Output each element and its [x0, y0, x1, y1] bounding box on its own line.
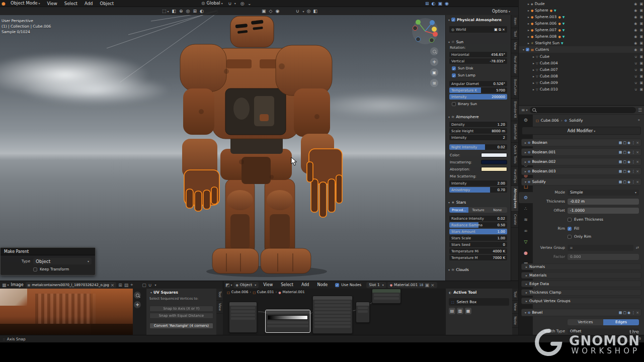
tab-hardops[interactable]: HardOps [511, 166, 518, 186]
only-rim-checkbox[interactable] [568, 235, 572, 239]
factor-field[interactable]: 0.000 [568, 254, 639, 260]
color-swatch[interactable] [481, 153, 507, 157]
pin-image-icon[interactable]: ⌖ [130, 282, 133, 288]
pivot-point-icon[interactable]: ⌄ [246, 1, 253, 6]
hide-icon[interactable]: ◉ [634, 28, 637, 32]
select-mode-icon[interactable]: ◧ [172, 9, 177, 14]
subpanel-output-vertex-groups[interactable]: ▸Output Vertex Groups [521, 298, 641, 304]
hide-icon[interactable]: ∪ [634, 87, 637, 92]
stars-seed-field[interactable]: Stars Seed0 [449, 242, 507, 247]
stars-scale-field[interactable]: Stars Scale1.00 [449, 235, 507, 241]
camera-view-icon[interactable]: ▣ [430, 68, 438, 76]
render-visibility-icon[interactable]: ▣ [639, 48, 643, 52]
subpanel-edge-data[interactable]: ▸Edge Data [521, 281, 641, 287]
filter-icon[interactable]: ☰ [638, 108, 642, 113]
zoom-icon[interactable] [430, 47, 438, 55]
extras-icon[interactable]: ⋮ [631, 141, 635, 145]
realtime-toggle-icon[interactable]: ▢ [623, 141, 626, 145]
outliner-row[interactable]: ▸☼Starlight Sun▼◉▣ [519, 40, 643, 46]
radiance-gamma-field[interactable]: Radiance Gamma0.50 [449, 222, 507, 228]
tab-view[interactable]: View [216, 301, 223, 314]
menu-select[interactable]: Select [277, 282, 297, 289]
sun-intensity-field[interactable]: Intensity200000 [449, 94, 507, 100]
slot-dropdown[interactable]: Slot 1▾ [366, 282, 386, 288]
modifier-bevel[interactable]: ▾⚙Bevel▦▢◉⋮× [521, 309, 641, 316]
invert-vertex-group-icon[interactable]: ⇄ [636, 245, 639, 250]
editor-type-icon[interactable]: ◩▾ [225, 283, 232, 288]
blender-logo-icon[interactable]: ● [0, 1, 7, 6]
snap-dropdown-icon[interactable]: ▾ [234, 2, 236, 5]
material-datablock-field[interactable]: ● Material.001 18 ▣ × [387, 282, 437, 288]
close-icon[interactable]: × [636, 180, 639, 184]
pin-icon[interactable]: ⌖ [638, 118, 640, 123]
close-icon[interactable]: × [636, 160, 639, 164]
sun-vertical-field[interactable]: Vertical-78.035° [449, 58, 507, 64]
snap-magnet-icon[interactable]: ∪ [296, 9, 299, 14]
shader-node[interactable] [229, 302, 257, 333]
realtime-toggle-icon[interactable]: ▢ [623, 169, 626, 173]
collection-checkbox[interactable]: ✓ [526, 48, 529, 51]
outliner-row[interactable]: ▸▽Cube.007∪▣ [519, 66, 643, 73]
stars-section-header[interactable]: ▾★Stars [447, 199, 509, 205]
render-visibility-icon[interactable]: ▣ [639, 35, 643, 39]
anisotropy-field[interactable]: Anisotropy0.70 [449, 187, 507, 193]
even-thickness-checkbox[interactable] [568, 218, 572, 222]
inscattering-swatch[interactable] [481, 160, 507, 164]
proportional-icon[interactable]: ◎ [307, 9, 311, 14]
tab-atmosphere[interactable]: Atmosphere [511, 186, 518, 211]
menu-node[interactable]: Node [313, 282, 331, 289]
render-visibility-icon[interactable]: ▣ [639, 87, 643, 92]
render-toggle-icon[interactable]: ◉ [627, 141, 630, 145]
tab-tool[interactable]: Tool [512, 289, 518, 301]
hide-icon[interactable]: ◉ [634, 48, 637, 52]
outliner-row-collection[interactable]: ▾✓▤Cutters◉▣ [519, 46, 643, 53]
render-visibility-icon[interactable]: ▣ [639, 22, 643, 26]
active-tool-title[interactable]: Active Tool [453, 290, 476, 295]
mode-dropdown[interactable]: Simple▾ [568, 190, 639, 196]
tab-tool-icon[interactable]: ⚙ [519, 115, 533, 126]
shield-fake-user-icon[interactable]: ▣ [425, 283, 429, 288]
close-icon[interactable]: × [636, 150, 639, 154]
tab-object-data-icon[interactable]: ▽ [519, 236, 533, 247]
tab-item[interactable]: Item [511, 15, 518, 28]
stars-tab-texture[interactable]: Texture [468, 207, 488, 213]
tab-material-icon[interactable]: ● [519, 247, 533, 258]
convert-rectangle-button[interactable]: Convert 'Rectangle' (4 corners) [149, 323, 213, 329]
subpanel-materials[interactable]: ▸Materials [521, 272, 641, 279]
physical-atmosphere-header[interactable]: ▾ ✓ Physical Atmosphere [447, 17, 509, 23]
render-toggle-icon[interactable]: ◉ [627, 169, 630, 173]
atmosphere-enable-checkbox[interactable]: ✓ [451, 18, 455, 22]
view-local-icon[interactable]: ◉ [275, 9, 279, 14]
render-visibility-icon[interactable]: ▣ [639, 15, 643, 19]
gizmo-toggle-icon[interactable]: ⊞ [425, 1, 429, 6]
image-datablock-field[interactable]: ▦ metalcontainers0070_l_18970326242_o.jp… [26, 282, 117, 288]
render-visibility-icon[interactable]: ▣ [639, 68, 643, 72]
snap-options-icon[interactable]: ▾ [303, 10, 304, 13]
editor-type-icon[interactable]: ▦▾ [2, 283, 9, 288]
colorramp-gradient[interactable] [268, 315, 308, 320]
orientation-dropdown[interactable]: ◍Global▾ [198, 0, 226, 7]
tab-create[interactable]: Create [511, 212, 518, 228]
open-image-icon[interactable]: ▤ [124, 283, 129, 288]
realtime-toggle-icon[interactable]: ▢ [623, 311, 626, 315]
select-box-tool[interactable]: ⬚ Select Box [449, 298, 509, 306]
night-intensity-field[interactable]: Night Intensity0.02 [449, 144, 507, 150]
outliner-row[interactable]: ▸●Sphere.007●▼◉▣ [519, 27, 643, 33]
pan-hand-icon[interactable]: ✛ [430, 58, 438, 66]
angular-diameter-field[interactable]: Angular Diamet0.526° [449, 81, 507, 86]
menu-view[interactable]: View [44, 0, 61, 7]
density-field[interactable]: Density1.20 [449, 122, 507, 127]
xray-toggle-icon[interactable]: ▣ [438, 1, 442, 6]
shading-toggle-icon[interactable]: ◉ [445, 1, 449, 6]
use-nodes-checkbox[interactable]: ✓ [335, 283, 339, 287]
outliner-row[interactable]: ▸●Sphere.006●▼◉▣ [519, 20, 643, 27]
hide-icon[interactable]: ◉ [634, 35, 637, 39]
zoom-icon[interactable] [134, 292, 141, 299]
view-camera-icon[interactable]: ▣ [262, 9, 266, 14]
hide-icon[interactable]: ◉ [634, 2, 637, 6]
scale-height-field[interactable]: Scale Height8000 m [449, 128, 507, 134]
bevel-vertices-button[interactable]: Vertices [568, 319, 603, 325]
outliner-row[interactable]: ▸●Sphere●▼◉▣ [519, 7, 643, 14]
menu-view[interactable]: View [260, 282, 276, 289]
edit-mode-toggle-icon[interactable]: ▦ [619, 169, 622, 173]
